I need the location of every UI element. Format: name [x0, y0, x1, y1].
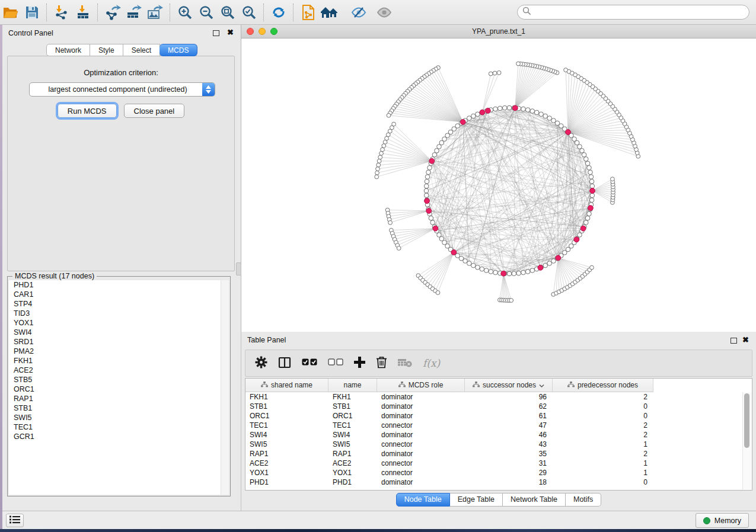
network-node	[467, 116, 472, 121]
network-canvas[interactable]	[241, 38, 756, 332]
task-history-button[interactable]	[6, 514, 24, 527]
network-leaf-node	[375, 175, 379, 179]
mcds-result-item[interactable]: ORC1	[9, 384, 221, 394]
export-image-button[interactable]	[145, 3, 165, 22]
delete-table-button[interactable]	[397, 357, 413, 370]
eye-slash-icon	[350, 6, 367, 19]
add-column-button[interactable]	[353, 355, 366, 371]
table-cell: dominator	[377, 393, 465, 401]
deselect-all-button[interactable]	[327, 357, 344, 369]
mcds-result-item[interactable]: TEC1	[9, 422, 221, 432]
close-panel-icon[interactable]: ✖	[742, 337, 749, 343]
panel-splitter-handle[interactable]	[236, 262, 241, 275]
table-row[interactable]: PHD1PHD1dominator180	[245, 477, 742, 487]
mcds-result-item[interactable]: STB1	[9, 403, 221, 413]
mcds-result-item[interactable]: CAR1	[9, 290, 221, 299]
table-panel: Table Panel ✖	[241, 332, 756, 511]
mcds-result-item[interactable]: GCR1	[9, 432, 221, 441]
tab-motifs[interactable]: Motifs	[566, 493, 601, 507]
tab-mcds[interactable]: MCDS	[160, 44, 197, 56]
table-row[interactable]: TEC1TEC1connector472	[245, 421, 742, 430]
column-header-predecessor-nodes[interactable]: predecessor nodes	[553, 379, 653, 392]
close-panel-button[interactable]: Close panel	[124, 104, 185, 118]
open-session-button[interactable]	[1, 3, 21, 22]
tab-network[interactable]: Network	[46, 44, 90, 56]
column-header-MCDS-role[interactable]: MCDS role	[377, 379, 465, 392]
table-cell: 0	[553, 478, 653, 486]
tab-select[interactable]: Select	[123, 44, 160, 56]
mcds-result-item[interactable]: PMA2	[9, 347, 221, 356]
column-settings-button[interactable]	[254, 355, 269, 371]
column-header-name[interactable]: name	[328, 379, 377, 392]
float-panel-icon[interactable]	[213, 30, 219, 36]
export-table-button[interactable]	[124, 3, 144, 22]
tab-node-table[interactable]: Node Table	[396, 493, 450, 507]
save-session-button[interactable]	[22, 3, 42, 22]
import-network-button[interactable]	[52, 3, 72, 22]
home-button[interactable]	[320, 3, 340, 22]
mcds-result-item[interactable]: FKH1	[9, 356, 221, 366]
network-node	[435, 149, 439, 153]
close-panel-icon[interactable]: ✖	[227, 30, 234, 36]
network-node	[484, 268, 489, 273]
table-cell: 62	[465, 402, 553, 411]
table-cell: 1	[553, 459, 653, 467]
network-node	[437, 145, 442, 149]
table-cell: TEC1	[245, 421, 328, 430]
tab-edge-table[interactable]: Edge Table	[450, 493, 503, 507]
mcds-result-item[interactable]: PHD1	[9, 280, 221, 290]
zoom-selected-button[interactable]	[239, 3, 259, 22]
desktop-wallpaper: Control Panel ✖ NetworkStyleSelectMCDS O…	[0, 0, 756, 532]
mcds-result-item[interactable]: SRD1	[9, 337, 221, 347]
mcds-result-item[interactable]: YOX1	[9, 318, 221, 328]
mcds-list-scrollbar[interactable]	[221, 280, 229, 495]
table-scrollbar-thumb[interactable]	[744, 393, 749, 448]
table-row[interactable]: ACE2ACE2connector311	[245, 459, 742, 468]
zoom-fit-button[interactable]	[218, 3, 238, 22]
tab-style[interactable]: Style	[90, 44, 123, 56]
column-header-shared-name[interactable]: shared name	[245, 379, 328, 392]
network-leaf-node	[376, 167, 380, 171]
table-row[interactable]: FKH1FKH1dominator962	[245, 392, 742, 402]
import-table-button[interactable]	[73, 3, 93, 22]
optimization-criterion-label: Optimization criterion:	[8, 68, 234, 77]
tab-network-table[interactable]: Network Table	[503, 493, 566, 507]
export-network-button[interactable]	[103, 3, 123, 22]
mcds-result-item[interactable]: SWI4	[9, 328, 221, 337]
table-row[interactable]: STB1STB1dominator620	[245, 402, 742, 411]
table-cell: 1	[553, 469, 653, 477]
hide-selected-button[interactable]	[349, 3, 369, 22]
status-bar: Memory	[0, 511, 756, 529]
column-header-successor-nodes[interactable]: successor nodes	[465, 379, 553, 392]
criterion-dropdown[interactable]: largest connected component (undirected)	[29, 82, 215, 97]
table-row[interactable]: ORC1ORC1dominator610	[245, 411, 742, 421]
mcds-result-item[interactable]: STB5	[9, 375, 221, 384]
function-builder-button[interactable]: f(x)	[422, 356, 441, 370]
search-input[interactable]	[531, 6, 749, 19]
zoom-out-button[interactable]	[196, 3, 216, 22]
table-row[interactable]: SWI4SWI4dominator462	[245, 430, 742, 440]
mcds-result-item[interactable]: RAP1	[9, 394, 221, 403]
table-row[interactable]: RAP1RAP1dominator352	[245, 449, 742, 459]
table-row[interactable]: SWI5SWI5connector431	[245, 440, 742, 449]
memory-button[interactable]: Memory	[696, 513, 749, 528]
table-cell: dominator	[377, 478, 465, 486]
select-all-button[interactable]	[301, 357, 318, 369]
mcds-result-item[interactable]: ACE2	[9, 366, 221, 375]
network-file-button[interactable]	[298, 3, 318, 22]
show-column-button[interactable]	[277, 355, 292, 371]
float-panel-icon[interactable]	[731, 338, 737, 344]
zoom-in-button[interactable]	[175, 3, 195, 22]
run-mcds-button[interactable]: Run MCDS	[58, 104, 117, 118]
delete-column-button[interactable]	[375, 355, 388, 371]
table-cell: connector	[377, 459, 465, 467]
mcds-result-item[interactable]: STP4	[9, 299, 221, 309]
table-cell: dominator	[377, 402, 465, 411]
table-cell: 96	[465, 393, 553, 401]
apply-preferred-layout-button[interactable]	[269, 3, 289, 22]
table-row[interactable]: YOX1YOX1connector291	[245, 468, 742, 477]
table-scrollbar[interactable]	[742, 392, 751, 489]
mcds-result-item[interactable]: TID3	[9, 309, 221, 318]
mcds-result-item[interactable]: SWI5	[9, 413, 221, 422]
show-all-button[interactable]	[374, 3, 394, 22]
